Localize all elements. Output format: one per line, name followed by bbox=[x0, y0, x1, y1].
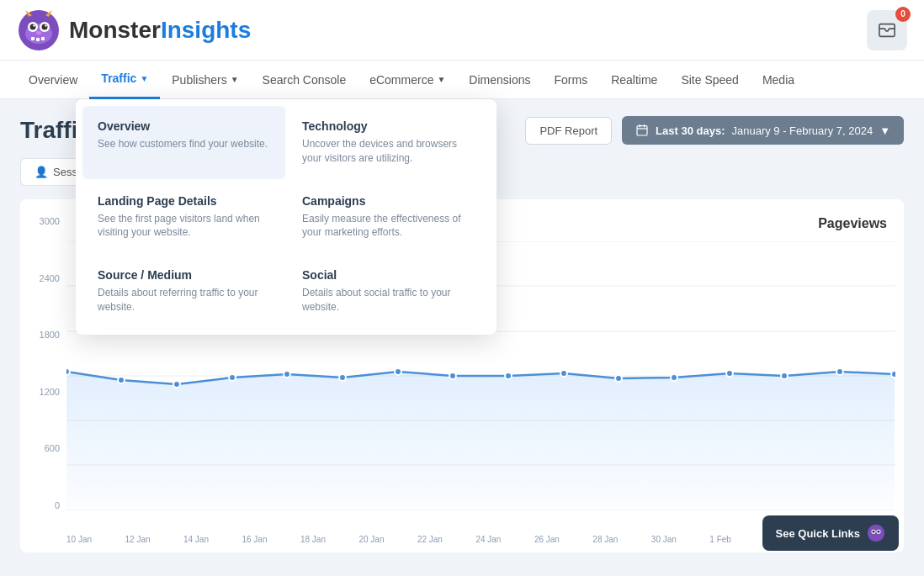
header-right: 0 bbox=[867, 10, 907, 50]
nav-item-overview[interactable]: Overview bbox=[17, 61, 89, 99]
svg-rect-13 bbox=[41, 37, 45, 40]
chart-point bbox=[671, 374, 677, 381]
dropdown-item-social[interactable]: Social Details about social traffic to y… bbox=[287, 255, 490, 328]
dropdown-item-overview[interactable]: Overview See how customers find your web… bbox=[82, 106, 285, 179]
svg-rect-11 bbox=[31, 37, 35, 40]
main-nav: Overview Traffic ▼ Publishers ▼ Search C… bbox=[0, 61, 924, 99]
y-label-2400: 2400 bbox=[40, 273, 60, 283]
y-label-600: 600 bbox=[45, 443, 60, 453]
svg-point-5 bbox=[42, 24, 48, 29]
nav-item-traffic[interactable]: Traffic ▼ bbox=[89, 61, 160, 99]
y-label-0: 0 bbox=[55, 500, 60, 510]
nav-item-media[interactable]: Media bbox=[751, 61, 806, 99]
svg-point-23 bbox=[868, 525, 884, 542]
y-label-1800: 1800 bbox=[40, 330, 60, 340]
dropdown-item-source-medium[interactable]: Source / Medium Details about referring … bbox=[82, 255, 285, 328]
x-label-20jan: 20 Jan bbox=[358, 535, 384, 544]
chevron-down-icon: ▼ bbox=[231, 75, 239, 84]
chart-point bbox=[173, 381, 180, 388]
chevron-down-icon: ▼ bbox=[140, 74, 148, 83]
chart-point bbox=[560, 370, 567, 377]
chart-point bbox=[118, 377, 125, 383]
notification-badge: 0 bbox=[895, 7, 911, 22]
x-label-24jan: 24 Jan bbox=[475, 535, 501, 544]
svg-point-8 bbox=[36, 31, 41, 34]
nav-item-site-speed[interactable]: Site Speed bbox=[669, 61, 751, 99]
x-label-28jan: 28 Jan bbox=[592, 535, 618, 544]
header: MonsterInsights 0 bbox=[0, 0, 924, 61]
chevron-down-icon: ▼ bbox=[437, 75, 445, 84]
chart-point bbox=[891, 371, 895, 378]
chart-point bbox=[505, 373, 512, 379]
chart-point bbox=[395, 368, 401, 375]
x-label-18jan: 18 Jan bbox=[300, 535, 326, 544]
nav-item-publishers[interactable]: Publishers ▼ bbox=[160, 61, 250, 99]
svg-point-4 bbox=[30, 24, 36, 29]
nav-item-realtime[interactable]: Realtime bbox=[599, 61, 669, 99]
chart-point bbox=[229, 374, 236, 381]
monster-small-icon bbox=[867, 524, 885, 542]
x-label-22jan: 22 Jan bbox=[417, 535, 443, 544]
x-label-26jan: 26 Jan bbox=[534, 535, 560, 544]
chart-fill bbox=[66, 372, 895, 510]
svg-point-6 bbox=[33, 24, 35, 26]
chart-point bbox=[726, 370, 733, 377]
chart-point bbox=[66, 368, 70, 375]
nav-item-dimensions[interactable]: Dimensions bbox=[457, 61, 542, 99]
main-actions: PDF Report Last 30 days: January 9 - Feb… bbox=[525, 116, 904, 145]
chevron-down-icon: ▼ bbox=[879, 124, 890, 137]
calendar-icon bbox=[635, 124, 649, 137]
chart-point bbox=[339, 374, 346, 381]
x-label-16jan: 16 Jan bbox=[242, 535, 267, 544]
chart-title: Pageviews bbox=[818, 216, 887, 231]
svg-rect-15 bbox=[637, 126, 647, 135]
x-label-12jan: 12 Jan bbox=[125, 535, 150, 544]
svg-point-7 bbox=[45, 24, 46, 26]
svg-point-27 bbox=[877, 531, 879, 533]
chart-point bbox=[615, 375, 622, 382]
logo: MonsterInsights bbox=[17, 8, 251, 52]
dropdown-item-campaigns[interactable]: Campaigns Easily measure the effectivene… bbox=[287, 181, 490, 254]
x-label-1feb: 1 Feb bbox=[709, 535, 731, 544]
nav-item-search-console[interactable]: Search Console bbox=[251, 61, 358, 99]
chart-point bbox=[284, 371, 290, 378]
dropdown-item-technology[interactable]: Technology Uncover the devices and brows… bbox=[287, 106, 490, 179]
chart-point bbox=[781, 373, 788, 379]
svg-point-26 bbox=[873, 531, 875, 533]
svg-rect-14 bbox=[879, 24, 895, 36]
nav-item-forms[interactable]: Forms bbox=[542, 61, 599, 99]
pdf-report-button[interactable]: PDF Report bbox=[525, 117, 612, 145]
y-label-1200: 1200 bbox=[40, 387, 60, 397]
nav-item-ecommerce[interactable]: eCommerce ▼ bbox=[358, 61, 457, 99]
chart-point bbox=[449, 373, 456, 379]
y-label-3000: 3000 bbox=[40, 216, 60, 226]
monster-logo-icon bbox=[17, 8, 61, 52]
logo-text: MonsterInsights bbox=[69, 17, 251, 44]
x-label-10jan: 10 Jan bbox=[66, 535, 92, 544]
dropdown-item-landing-page[interactable]: Landing Page Details See the first page … bbox=[82, 181, 285, 254]
y-axis: 3000 2400 1800 1200 600 0 bbox=[20, 216, 66, 510]
x-label-30jan: 30 Jan bbox=[651, 535, 677, 544]
svg-rect-12 bbox=[36, 38, 40, 41]
chart-point bbox=[836, 368, 843, 375]
inbox-icon bbox=[878, 21, 896, 40]
notification-button[interactable]: 0 bbox=[867, 10, 907, 50]
person-icon: 👤 bbox=[35, 166, 48, 178]
quick-links-button[interactable]: See Quick Links bbox=[762, 515, 899, 551]
traffic-dropdown: Overview See how customers find your web… bbox=[76, 99, 497, 335]
date-range-button[interactable]: Last 30 days: January 9 - February 7, 20… bbox=[622, 116, 904, 145]
x-label-14jan: 14 Jan bbox=[183, 535, 209, 544]
